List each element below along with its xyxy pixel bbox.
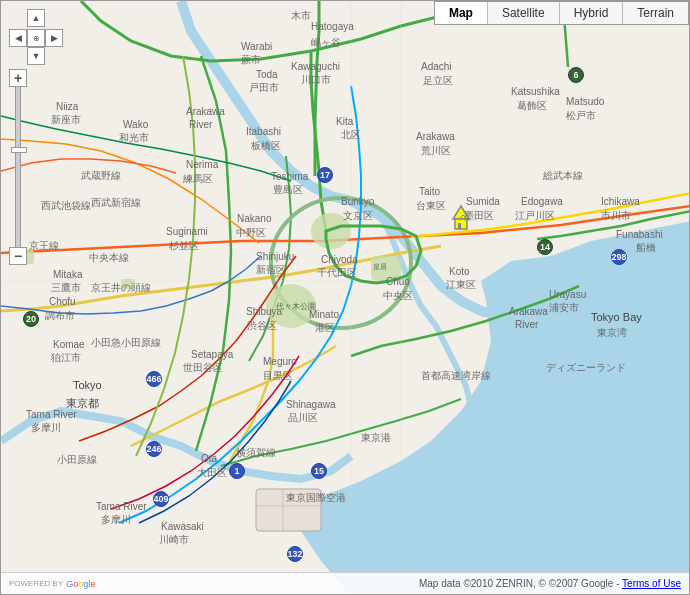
google-logo: POWERED BY Google — [9, 579, 95, 589]
svg-text:代々木公園: 代々木公園 — [275, 302, 316, 311]
map-container: 代々木公園 皇居 木市Hatogaya嶋ヶ谷MisatoWarabi蕨市Toda… — [0, 0, 690, 595]
route-badge-17: 17 — [317, 167, 333, 183]
route-badge-15: 15 — [311, 463, 327, 479]
route-badge-20: 20 — [23, 311, 39, 327]
route-badge-246: 246 — [146, 441, 162, 457]
terms-of-use-link[interactable]: Terms of Use — [622, 578, 681, 589]
map-type-terrain[interactable]: Terrain — [623, 2, 688, 24]
zoom-slider-thumb[interactable] — [11, 147, 27, 153]
zoom-out-button[interactable]: − — [9, 247, 27, 265]
map-type-satellite[interactable]: Satellite — [488, 2, 560, 24]
svg-rect-9 — [256, 489, 321, 531]
route-badge-298: 298 — [611, 249, 627, 265]
map-svg: 代々木公園 皇居 — [1, 1, 689, 594]
svg-rect-8 — [121, 279, 135, 289]
svg-rect-17 — [458, 223, 461, 229]
route-badge-409: 409 — [153, 491, 169, 507]
attribution-text: Map data ©2010 ZENRIN, © ©2007 Google - — [419, 578, 620, 589]
zoom-slider-track[interactable] — [15, 87, 21, 247]
svg-text:皇居: 皇居 — [373, 263, 387, 270]
route-badge-14: 14 — [537, 239, 553, 255]
route-badge-1: 1 — [229, 463, 245, 479]
route-badge-132: 132 — [287, 546, 303, 562]
map-type-bar: Map Satellite Hybrid Terrain — [434, 1, 689, 25]
pan-down-button[interactable]: ▼ — [27, 47, 45, 65]
pan-left-button[interactable]: ◀ — [9, 29, 27, 47]
route-badge-6: 6 — [568, 67, 584, 83]
zoom-in-button[interactable]: + — [9, 69, 27, 87]
svg-point-4 — [311, 213, 351, 249]
google-text: Google — [66, 579, 95, 589]
map-type-map[interactable]: Map — [435, 2, 488, 24]
status-bar: POWERED BY Google Map data ©2010 ZENRIN,… — [1, 572, 689, 594]
map-attribution: Map data ©2010 ZENRIN, © ©2007 Google - … — [419, 578, 681, 589]
powered-by-text: POWERED BY — [9, 579, 63, 588]
pan-up-button[interactable]: ▲ — [27, 9, 45, 27]
zoom-controls: + − — [9, 69, 27, 265]
pan-right-button[interactable]: ▶ — [45, 29, 63, 47]
navigation-controls: ▲ ◀ ⊕ ▶ ▼ — [9, 9, 63, 67]
route-badge-466: 466 — [146, 371, 162, 387]
map-type-hybrid[interactable]: Hybrid — [560, 2, 624, 24]
pan-center-button[interactable]: ⊕ — [27, 29, 45, 47]
